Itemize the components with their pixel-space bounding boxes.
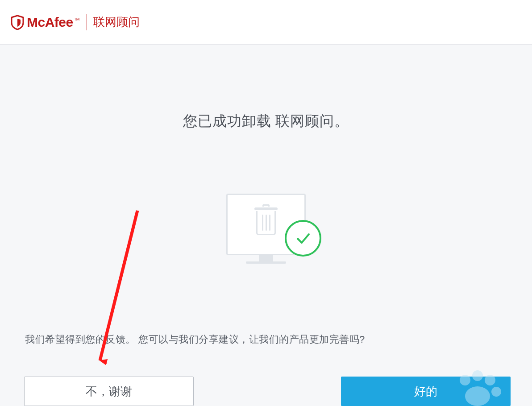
feedback-prompt: 我们希望得到您的反馈。 您可以与我们分享建议，让我们的产品更加完善吗? — [25, 333, 365, 346]
success-title: 您已成功卸载 联网顾问。 — [0, 112, 532, 131]
svg-point-3 — [485, 375, 495, 385]
svg-point-4 — [491, 387, 501, 397]
divider — [87, 14, 87, 30]
main-content: 您已成功卸载 联网顾问。 — [0, 45, 532, 274]
no-thanks-button[interactable]: 不，谢谢 — [24, 377, 194, 406]
svg-point-5 — [465, 386, 490, 406]
brand-name: McAfeeTM — [27, 15, 79, 30]
product-name: 联网顾问 — [93, 14, 140, 30]
mcafee-shield-icon — [11, 15, 24, 30]
brand-text: McAfee — [27, 15, 73, 29]
svg-point-1 — [460, 375, 470, 385]
checkmark-icon — [285, 220, 321, 257]
uninstall-illustration — [217, 194, 315, 274]
watermark-icon — [452, 368, 501, 406]
monitor-icon — [226, 194, 306, 255]
svg-point-2 — [472, 370, 483, 381]
logo-group: McAfeeTM 联网顾问 — [11, 14, 140, 30]
trademark-symbol: TM — [74, 17, 79, 21]
trash-icon — [254, 207, 278, 235]
app-header: McAfeeTM 联网顾问 — [0, 0, 532, 45]
